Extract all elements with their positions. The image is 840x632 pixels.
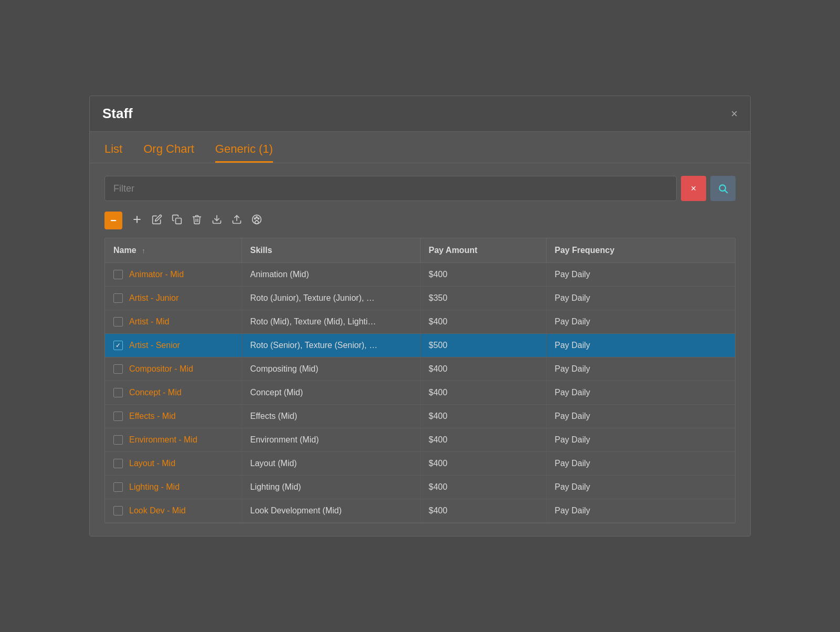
table-cell-pay-amount: $400 [420,499,546,523]
table-cell-skills: Roto (Senior), Texture (Senior), … [242,334,420,357]
table-cell-pay-amount: $400 [420,428,546,452]
row-name-label: Environment - Mid [129,435,197,445]
window-title: Staff [102,106,133,122]
table-row[interactable]: Layout - MidLayout (Mid)$400Pay Daily [105,452,735,476]
table-cell-pay-amount: $350 [420,287,546,310]
svg-point-8 [254,218,256,219]
search-icon [718,183,728,194]
col-header-name[interactable]: Name ↑ [105,238,242,263]
row-checkbox[interactable] [113,270,123,279]
toolbar: − [104,212,736,229]
row-checkbox[interactable] [113,506,123,515]
table-cell-name: ✓Artist - Senior [105,334,242,357]
table-cell-skills: Effects (Mid) [242,405,420,428]
filter-search-button[interactable] [710,176,736,201]
table-row[interactable]: Concept - MidConcept (Mid)$400Pay Daily [105,381,735,405]
row-checkbox[interactable] [113,459,123,468]
svg-point-10 [258,218,259,219]
table-body: Animator - MidAnimation (Mid)$400Pay Dai… [105,263,735,523]
table-cell-pay-amount: $400 [420,263,546,287]
row-checkbox[interactable] [113,317,123,326]
row-checkbox[interactable] [113,364,123,374]
table-cell-pay-frequency: Pay Daily [546,334,735,357]
table-cell-pay-amount: $500 [420,334,546,357]
close-button[interactable]: × [731,108,738,120]
table-row[interactable]: Artist - MidRoto (Mid), Texture (Mid), L… [105,310,735,334]
staff-table: Name ↑ Skills Pay Amount Pay Frequency [105,238,735,523]
table-cell-name: Lighting - Mid [105,476,242,499]
table-cell-skills: Look Development (Mid) [242,499,420,523]
table-cell-skills: Layout (Mid) [242,452,420,476]
table-cell-skills: Animation (Mid) [242,263,420,287]
row-name-label: Animator - Mid [129,270,184,279]
col-header-pay-amount[interactable]: Pay Amount [420,238,546,263]
sort-arrow-name: ↑ [142,247,145,255]
minus-icon: − [110,215,117,227]
row-checkbox[interactable] [113,482,123,492]
delete-icon[interactable] [192,214,202,227]
row-checkbox[interactable]: ✓ [113,341,123,350]
row-name-label: Look Dev - Mid [129,506,186,515]
duplicate-icon[interactable] [172,214,182,227]
add-icon[interactable] [132,214,142,227]
tab-org-chart[interactable]: Org Chart [143,142,194,163]
table-row[interactable]: ✓Artist - SeniorRoto (Senior), Texture (… [105,334,735,357]
table-cell-pay-frequency: Pay Daily [546,381,735,405]
table-cell-skills: Compositing (Mid) [242,357,420,381]
filter-row: × [104,176,736,201]
table-cell-name: Artist - Mid [105,310,242,334]
table-row[interactable]: Artist - JuniorRoto (Junior), Texture (J… [105,287,735,310]
col-header-pay-frequency[interactable]: Pay Frequency [546,238,735,263]
table-cell-pay-frequency: Pay Daily [546,405,735,428]
table-cell-pay-frequency: Pay Daily [546,287,735,310]
filter-clear-button[interactable]: × [681,176,706,201]
table-cell-skills: Roto (Mid), Texture (Mid), Lighti… [242,310,420,334]
row-name-label: Effects - Mid [129,412,176,421]
table-cell-pay-amount: $400 [420,357,546,381]
col-header-skills[interactable]: Skills [242,238,420,263]
table-row[interactable]: Look Dev - MidLook Development (Mid)$400… [105,499,735,523]
table-cell-skills: Lighting (Mid) [242,476,420,499]
svg-point-9 [256,216,258,218]
row-name-label: Lighting - Mid [129,482,180,492]
table-row[interactable]: Compositor - MidCompositing (Mid)$400Pay… [105,357,735,381]
table-header: Name ↑ Skills Pay Amount Pay Frequency [105,238,735,263]
row-checkbox[interactable] [113,388,123,397]
edit-icon[interactable] [152,214,162,227]
table-cell-pay-frequency: Pay Daily [546,499,735,523]
table-cell-name: Compositor - Mid [105,357,242,381]
table-cell-name: Environment - Mid [105,428,242,452]
table-cell-skills: Environment (Mid) [242,428,420,452]
row-name-label: Concept - Mid [129,388,182,397]
table-cell-pay-amount: $400 [420,381,546,405]
row-checkbox[interactable] [113,435,123,445]
table-cell-pay-frequency: Pay Daily [546,452,735,476]
table-cell-name: Effects - Mid [105,405,242,428]
row-name-label: Artist - Junior [129,293,178,303]
tab-list[interactable]: List [104,142,122,163]
filter-input[interactable] [104,176,677,201]
tab-generic[interactable]: Generic (1) [215,142,273,163]
title-bar: Staff × [90,96,750,132]
tabs-container: List Org Chart Generic (1) [104,142,736,163]
table-row[interactable]: Environment - MidEnvironment (Mid)$400Pa… [105,428,735,452]
table-cell-pay-frequency: Pay Daily [546,310,735,334]
upload-icon[interactable] [232,214,242,227]
table-cell-pay-amount: $400 [420,476,546,499]
svg-line-1 [725,191,728,193]
table-cell-name: Look Dev - Mid [105,499,242,523]
row-checkbox[interactable] [113,293,123,303]
row-name-label: Compositor - Mid [129,364,193,374]
table-cell-pay-frequency: Pay Daily [546,476,735,499]
table-row[interactable]: Animator - MidAnimation (Mid)$400Pay Dai… [105,263,735,287]
deselect-all-button[interactable]: − [104,212,122,229]
row-name-label: Artist - Senior [129,341,180,350]
table-row[interactable]: Lighting - MidLighting (Mid)$400Pay Dail… [105,476,735,499]
row-checkbox[interactable] [113,412,123,421]
table-cell-name: Animator - Mid [105,263,242,287]
table-row[interactable]: Effects - MidEffects (Mid)$400Pay Daily [105,405,735,428]
palette-icon[interactable] [251,214,262,227]
svg-rect-4 [176,218,182,224]
table-cell-name: Concept - Mid [105,381,242,405]
download-icon[interactable] [212,214,222,227]
